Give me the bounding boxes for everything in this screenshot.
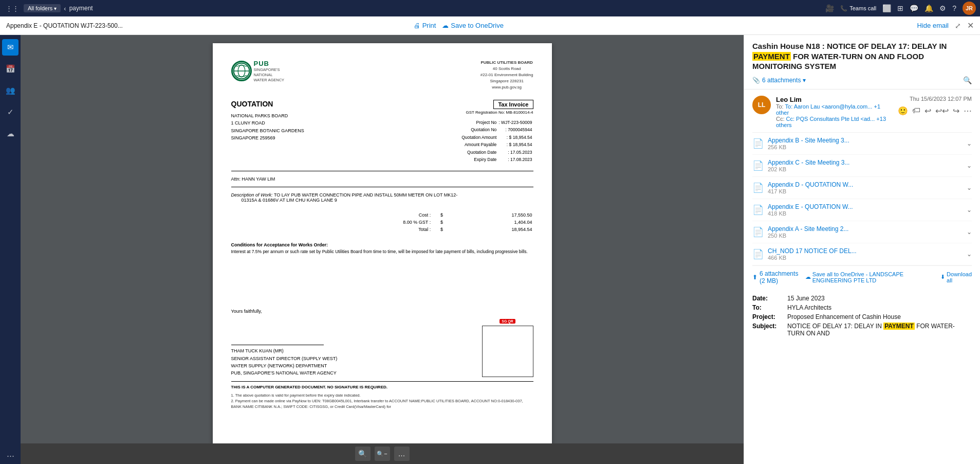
reply-all-icon[interactable]: ↩↩: [935, 106, 949, 116]
apps-icon[interactable]: ⋮⋮: [4, 0, 21, 16]
pub-main-name: PUB: [254, 60, 285, 67]
att-info-5: CH_NOD 17 NOTICE OF DEL... 466 KB: [768, 247, 857, 261]
att-info-1: Appendix C - Site Meeting 3... 202 KB: [768, 159, 849, 172]
chevron-up-icon: ⬆: [752, 274, 757, 281]
nav-people-icon[interactable]: 👥: [2, 82, 19, 99]
pub-tagline: SINGAPORE'SNATIONALWATER AGENCY: [254, 67, 285, 82]
att-name-5[interactable]: CH_NOD 17 NOTICE OF DEL...: [768, 247, 857, 255]
nav-calendar-icon[interactable]: 📅: [2, 61, 19, 77]
gst-label: 8.00 % GST :: [232, 219, 431, 225]
reply-icon[interactable]: ↩: [924, 106, 931, 116]
print-button[interactable]: 🖨 Print: [414, 22, 436, 29]
more-icon: …: [398, 450, 405, 458]
pdf-icon-2: 📄: [752, 182, 764, 193]
pub-name-block: PUB SINGAPORE'SNATIONALWATER AGENCY: [254, 60, 285, 82]
nav-tasks-icon[interactable]: ✓: [2, 104, 19, 120]
att-info-2: Appendix D - QUOTATION W... 417 KB: [768, 181, 853, 194]
close-icon[interactable]: ✕: [967, 21, 974, 30]
att-size-2: 417 KB: [768, 188, 853, 194]
total-row: Total : $ 18,954.54: [232, 226, 532, 233]
settings-icon[interactable]: ⚙: [939, 4, 946, 12]
attachment-item-3: 📄 Appendix E - QUOTATION W... 418 KB ⌄: [752, 199, 972, 221]
att-name-0[interactable]: Appendix B - Site Meeting 3...: [768, 137, 849, 144]
teams-call-button[interactable]: 📞 Teams call: [840, 5, 876, 12]
share-icon[interactable]: ⬜: [882, 4, 891, 12]
cloud-icon: ☁: [442, 22, 449, 29]
signer-name: THAM TUCK KUAN (MR): [231, 347, 338, 354]
email-header-bar: Appendix E - QUOTATION WJT-223-500... 🖨 …: [0, 16, 980, 35]
email-body[interactable]: LL Leo Lim To: To: Aaron Lau <aaron@hyla…: [744, 90, 980, 465]
signer-org: PUB, SINGAPORE'S NATIONAL WATER AGENCY: [231, 369, 338, 377]
nav-mail-icon[interactable]: ✉: [2, 39, 19, 56]
back-button[interactable]: ‹: [64, 5, 66, 12]
attachments-count-button[interactable]: 📎 6 attachments ▾: [752, 74, 806, 87]
expand-icon[interactable]: ⤢: [955, 22, 961, 30]
nav-more-icon[interactable]: ⋯: [2, 448, 19, 464]
attn-line: Attn: HANN YAW LIM: [231, 176, 533, 182]
help-icon[interactable]: ?: [952, 4, 956, 12]
total-label: Total :: [232, 226, 431, 233]
more-options-button[interactable]: …: [394, 447, 410, 461]
att-name-1[interactable]: Appendix C - Site Meeting 3...: [768, 159, 849, 166]
bell-icon[interactable]: 🔔: [924, 4, 933, 12]
att-toggle-1[interactable]: ⌄: [967, 162, 972, 169]
attachment-item-5: 📄 CH_NOD 17 NOTICE OF DEL... 466 KB ⌄: [752, 243, 972, 265]
pdf-icon-0: 📄: [752, 138, 764, 149]
att-toggle-5[interactable]: ⌄: [967, 251, 972, 258]
meta-project-label: Project:: [752, 313, 783, 320]
pdf-icon-3: 📄: [752, 204, 764, 216]
emoji-react-icon[interactable]: 🙂: [898, 106, 908, 116]
download-icon: ⬇: [940, 274, 945, 280]
att-name-4[interactable]: Appendix A - Site Meeting 2...: [768, 225, 848, 233]
conditions-title: Conditions for Acceptance for Works Orde…: [231, 242, 533, 249]
save-all-onedrive-button[interactable]: ☁ Save all to OneDrive - LANDSCAPE ENGIN…: [805, 271, 934, 283]
comment-icon[interactable]: 💬: [910, 4, 918, 12]
att-toggle-0[interactable]: ⌄: [967, 140, 972, 147]
top-bar-right: 🎥 📞 Teams call ⬜ ⊞ 💬 🔔 ⚙ ? JR: [825, 2, 976, 15]
save-all-label: Save all to OneDrive - LANDSCAPE ENGINEE…: [812, 271, 934, 283]
recipient-addr1: 1 CLUNY ROAD: [231, 119, 304, 127]
meta-to-value: HYLA Architects: [787, 304, 831, 311]
tag-icon[interactable]: 🏷: [912, 106, 920, 115]
all-folders-button[interactable]: All folders ▾: [24, 4, 61, 12]
att-toggle-4[interactable]: ⌄: [967, 228, 972, 236]
project-no-value: : WJT-223-50009: [497, 119, 533, 126]
tax-invoice-box: Tax Invoice GST Registration No: MB-8100…: [460, 100, 533, 164]
att-toggle-3[interactable]: ⌄: [967, 206, 972, 213]
zoom-out-button[interactable]: 🔍−: [375, 447, 390, 461]
to-recipient[interactable]: To: Aaron Lau <aaron@hyla.com...: [785, 103, 873, 110]
zoom-in-button[interactable]: 🔍: [355, 447, 371, 461]
search-zoom-icon[interactable]: 🔍: [963, 76, 972, 84]
nav-cloud-icon[interactable]: ☁: [2, 126, 19, 142]
pub-addr3: Singapore 228231: [480, 78, 533, 84]
att-toggle-2[interactable]: ⌄: [967, 184, 972, 191]
video-icon[interactable]: 🎥: [825, 4, 834, 12]
cc-recipient[interactable]: Cc: PQS Consultants Pte Ltd <ad...: [786, 116, 875, 122]
cost-table: Cost : $ 17,550.50 8.00 % GST : $ 1,404.…: [231, 211, 533, 234]
att-name-3[interactable]: Appendix E - QUOTATION W...: [768, 203, 853, 210]
att-left-3: 📄 Appendix E - QUOTATION W... 418 KB: [752, 203, 853, 217]
document-scroll-area[interactable]: PUB SINGAPORE'SNATIONALWATER AGENCY PUBL…: [21, 35, 744, 443]
user-avatar[interactable]: JR: [963, 2, 976, 15]
recipient-addr2: SINGAPORE BOTANIC GARDENS: [231, 127, 304, 134]
save-to-onedrive-button[interactable]: ☁ Save to OneDrive: [442, 22, 504, 29]
sender-avatar: LL: [752, 96, 771, 114]
attachments-total[interactable]: ⬆ 6 attachments (2 MB): [752, 270, 805, 284]
project-details-table: Project No : WJT-223-50009 Quotation No …: [460, 119, 533, 164]
att-name-2[interactable]: Appendix D - QUOTATION W...: [768, 181, 853, 188]
amount-payable-value: : $ 18,954.54: [497, 141, 533, 148]
email-panel: Cashin House N18 : NOTICE OF DELAY 17: D…: [744, 35, 980, 464]
grid-icon[interactable]: ⊞: [897, 4, 903, 12]
more-email-icon[interactable]: ⋯: [964, 106, 972, 116]
email-action-buttons: 🙂 🏷 ↩ ↩↩ ↪ ⋯: [898, 106, 972, 116]
cc-text: Cc:: [776, 116, 786, 122]
hide-email-button[interactable]: Hide email: [917, 22, 949, 29]
download-all-button[interactable]: ⬇ Download all: [940, 271, 972, 283]
quotation-title-block: QUOTATION NATIONAL PARKS BOARD 1 CLUNY R…: [231, 100, 304, 142]
top-bar: ⋮⋮ All folders ▾ ‹ payment 🎥 📞 Teams cal…: [0, 0, 980, 16]
quotation-date-row: Quotation Date : 17.05.2023: [460, 149, 533, 156]
sender-row: LL Leo Lim To: To: Aaron Lau <aaron@hyla…: [752, 90, 972, 133]
forward-icon[interactable]: ↪: [953, 106, 959, 116]
qr-area: SG QR const qrPattern = [1,1,1,1,1,1,1,0…: [482, 318, 533, 377]
pub-addr1: 40 Scotts Road: [480, 66, 533, 72]
